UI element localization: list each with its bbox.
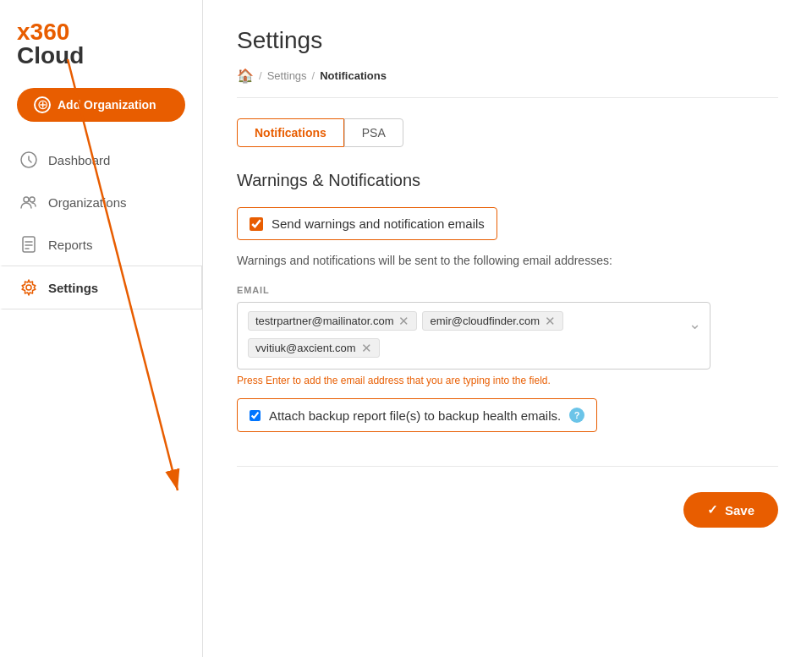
save-button[interactable]: ✓ Save: [683, 492, 778, 528]
send-warnings-label: Send warnings and notification emails: [272, 216, 485, 231]
sidebar-item-reports[interactable]: Reports: [0, 223, 202, 266]
sidebar-item-organizations[interactable]: Organizations: [0, 181, 202, 223]
nav-items: Dashboard Organizations: [0, 139, 202, 309]
dropdown-arrow-icon: ⌄: [689, 315, 701, 333]
email-input-box[interactable]: testrpartner@mailinator.com ✕ emir@cloud…: [237, 302, 710, 370]
reports-icon: [19, 235, 38, 254]
logo-cloud: Cloud: [17, 42, 84, 68]
breadcrumb-settings[interactable]: Settings: [267, 69, 307, 82]
logo-area: x360 Cloud: [0, 0, 202, 81]
email-tag-2: vvitiuk@axcient.com ✕: [248, 338, 380, 358]
breadcrumb: 🏠 / Settings / Notifications: [237, 68, 778, 98]
sidebar-item-label: Organizations: [48, 195, 127, 210]
send-warnings-checkbox[interactable]: [250, 217, 263, 231]
save-button-area: ✓ Save: [237, 466, 778, 528]
svg-rect-5: [23, 237, 35, 252]
breadcrumb-current: Notifications: [320, 69, 387, 82]
remove-email-0-button[interactable]: ✕: [398, 315, 409, 327]
breadcrumb-sep2: /: [312, 69, 315, 82]
tab-psa[interactable]: PSA: [344, 118, 403, 147]
sidebar: x360 Cloud ⊕ Add Organization Dashboard: [0, 0, 203, 657]
tab-notifications[interactable]: Notifications: [237, 118, 344, 147]
help-icon[interactable]: ?: [569, 408, 584, 423]
email-address-0: testrpartner@mailinator.com: [255, 315, 393, 327]
breadcrumb-sep1: /: [259, 69, 262, 82]
checkmark-icon: ✓: [707, 502, 718, 517]
email-address-2: vvitiuk@axcient.com: [255, 342, 356, 354]
section-title: Warnings & Notifications: [237, 171, 778, 190]
svg-point-3: [24, 197, 29, 202]
dashboard-icon: [19, 151, 38, 169]
remove-email-2-button[interactable]: ✕: [361, 342, 372, 354]
attach-backup-label: Attach backup report file(s) to backup h…: [269, 408, 561, 423]
logo-x360: x360: [17, 19, 69, 45]
svg-point-4: [30, 197, 35, 202]
svg-point-9: [26, 285, 31, 290]
sidebar-item-label: Dashboard: [48, 153, 110, 167]
tabs-container: Notifications PSA: [237, 118, 778, 147]
sidebar-item-settings[interactable]: Settings: [0, 266, 202, 309]
send-warnings-checkbox-row: Send warnings and notification emails: [237, 207, 497, 240]
add-organization-button[interactable]: ⊕ Add Organization: [17, 88, 185, 122]
hint-text: Press Enter to add the email address tha…: [237, 375, 778, 386]
remove-email-1-button[interactable]: ✕: [545, 315, 556, 327]
email-tag-1: emir@cloudfinder.com ✕: [422, 311, 563, 331]
sidebar-item-label: Reports: [48, 238, 93, 252]
home-icon[interactable]: 🏠: [237, 68, 254, 84]
email-section-label: EMAIL: [237, 285, 778, 295]
organizations-icon: [19, 193, 38, 211]
sidebar-item-label: Settings: [48, 281, 98, 295]
settings-icon: [19, 278, 38, 297]
attach-backup-checkbox-row: Attach backup report file(s) to backup h…: [237, 398, 597, 432]
sidebar-item-dashboard[interactable]: Dashboard: [0, 139, 202, 181]
info-text: Warnings and notifications will be sent …: [237, 252, 778, 270]
page-title: Settings: [237, 27, 778, 54]
plus-icon: ⊕: [34, 96, 51, 113]
email-tag-0: testrpartner@mailinator.com ✕: [248, 311, 417, 331]
attach-backup-checkbox[interactable]: [250, 410, 261, 421]
email-address-1: emir@cloudfinder.com: [430, 315, 540, 327]
main-content: Settings 🏠 / Settings / Notifications No…: [203, 0, 812, 657]
